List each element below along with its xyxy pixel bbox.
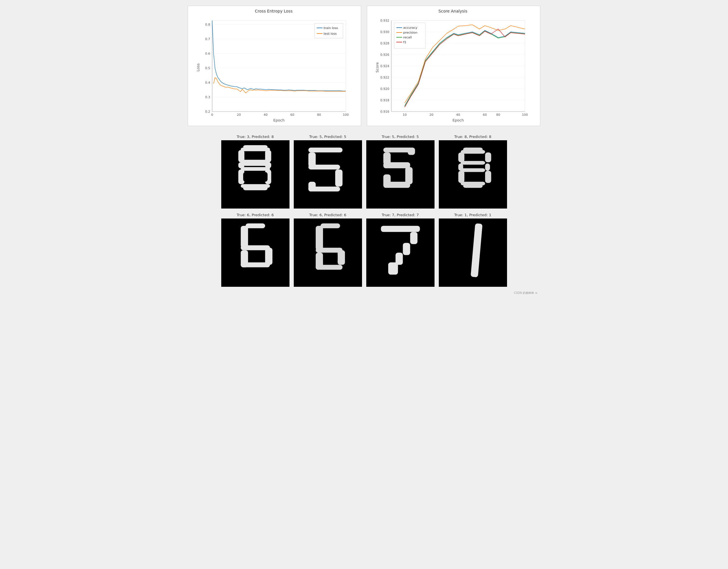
svg-text:20: 20 [429, 113, 433, 117]
svg-text:0.5: 0.5 [205, 66, 210, 70]
svg-text:0.3: 0.3 [205, 95, 210, 99]
svg-rect-93 [461, 161, 485, 165]
loss-chart-svg: Loss Epoch 0.2 [191, 15, 356, 123]
image-item-4: True: 6, Predicted: 6 [221, 213, 289, 287]
svg-rect-107 [241, 250, 248, 267]
score-chart-svg: Score Epoch 0.916 0.918 [370, 15, 535, 123]
digit-canvas-1 [294, 140, 362, 208]
svg-text:80: 80 [496, 113, 500, 117]
svg-rect-101 [221, 218, 289, 287]
svg-text:10: 10 [403, 113, 407, 117]
svg-rect-110 [316, 226, 323, 250]
svg-rect-119 [403, 243, 410, 255]
image-item-2: True: 5, Predicted: 5 [366, 134, 435, 208]
svg-text:0.6: 0.6 [205, 52, 210, 55]
svg-text:0.920: 0.920 [380, 87, 390, 91]
loss-chart-container: Cross Entropy Loss Loss Epoch [188, 6, 361, 126]
svg-rect-77 [335, 169, 342, 187]
images-row-1: True: 3, Predicted: 8 [188, 134, 540, 208]
svg-rect-87 [408, 148, 415, 155]
svg-rect-74 [308, 148, 342, 152]
loss-chart-title: Cross Entropy Loss [191, 9, 357, 13]
image-label-3: True: 8, Predicted: 8 [454, 134, 491, 139]
svg-rect-67 [241, 167, 270, 171]
svg-text:0.916: 0.916 [380, 110, 390, 113]
svg-text:80: 80 [317, 113, 321, 117]
svg-rect-98 [485, 171, 491, 183]
digit-canvas-0 [221, 140, 289, 208]
svg-rect-118 [410, 232, 417, 244]
precision-legend: precision [403, 31, 417, 34]
svg-text:0.926: 0.926 [380, 53, 390, 57]
svg-rect-79 [308, 182, 316, 191]
score-chart-title: Score Analysis [370, 9, 536, 13]
svg-text:0.2: 0.2 [205, 110, 210, 113]
svg-rect-96 [461, 168, 485, 172]
svg-rect-95 [485, 163, 490, 171]
image-label-2: True: 5, Predicted: 5 [382, 134, 419, 139]
watermark: CSDN 奶糖棒棒 ≡ [188, 291, 540, 297]
svg-text:100: 100 [343, 113, 349, 117]
image-item-3: True: 8, Predicted: 8 [439, 134, 507, 208]
svg-rect-83 [383, 162, 410, 168]
svg-text:0.7: 0.7 [205, 37, 210, 41]
svg-rect-112 [338, 250, 345, 264]
digit-canvas-2 [366, 140, 435, 208]
svg-text:0.918: 0.918 [380, 98, 390, 102]
image-item-1: True: 5, Predicted: 5 [294, 134, 362, 208]
image-label-6: True: 7, Predicted: 7 [382, 213, 419, 217]
image-label-5: True: 6, Predicted: 6 [309, 213, 346, 217]
svg-text:40: 40 [456, 113, 460, 117]
images-section: True: 3, Predicted: 8 [188, 134, 540, 287]
accuracy-legend: accuracy [403, 26, 417, 30]
svg-rect-109 [320, 223, 340, 228]
svg-rect-103 [241, 226, 248, 248]
svg-text:20: 20 [237, 113, 241, 117]
digit-canvas-5 [294, 218, 362, 287]
loss-x-label: Epoch [273, 118, 285, 122]
svg-rect-92 [485, 152, 491, 162]
f1-legend: f1 [403, 40, 406, 44]
svg-rect-100 [463, 184, 483, 188]
svg-rect-86 [383, 174, 391, 187]
svg-rect-90 [461, 150, 485, 154]
svg-text:60: 60 [290, 113, 294, 117]
svg-rect-91 [458, 152, 464, 162]
digit-canvas-3 [439, 140, 507, 208]
train-loss-legend: train loss [324, 26, 338, 30]
score-x-label: Epoch [452, 118, 464, 122]
image-item-6: True: 7, Predicted: 7 [366, 213, 435, 287]
svg-rect-76 [308, 165, 340, 169]
svg-rect-97 [458, 171, 464, 183]
images-row-2: True: 6, Predicted: 6 [188, 213, 540, 287]
svg-rect-102 [245, 223, 265, 228]
loss-y-label: Loss [196, 63, 200, 72]
charts-row: Cross Entropy Loss Loss Epoch [188, 6, 540, 126]
svg-rect-70 [243, 172, 268, 181]
digit-canvas-4 [221, 218, 289, 287]
svg-text:0.930: 0.930 [380, 30, 390, 34]
score-y-label: Score [375, 62, 379, 73]
recall-legend: recall [403, 36, 412, 39]
svg-text:0.922: 0.922 [380, 76, 390, 79]
svg-rect-64 [243, 162, 268, 166]
svg-text:0.932: 0.932 [380, 19, 390, 22]
svg-rect-60 [241, 148, 270, 151]
svg-rect-115 [323, 252, 337, 262]
svg-text:0.928: 0.928 [380, 42, 390, 45]
svg-rect-84 [405, 167, 413, 184]
svg-text:100: 100 [522, 113, 528, 117]
digit-canvas-7 [439, 218, 507, 287]
digit-canvas-6 [366, 218, 435, 287]
svg-text:0.924: 0.924 [380, 64, 390, 68]
main-container: Cross Entropy Loss Loss Epoch [182, 0, 546, 302]
svg-rect-121 [388, 262, 398, 274]
image-item-0: True: 3, Predicted: 8 [221, 134, 289, 208]
svg-text:40: 40 [264, 113, 268, 117]
image-item-7: True: 1, Predicted: 1 [439, 213, 507, 287]
test-loss-legend: test loss [324, 32, 337, 36]
image-label-0: True: 3, Predicted: 8 [237, 134, 274, 139]
svg-text:0: 0 [211, 113, 213, 117]
loss-chart-wrapper: Loss Epoch 0.2 [191, 15, 357, 123]
svg-rect-114 [316, 252, 323, 270]
